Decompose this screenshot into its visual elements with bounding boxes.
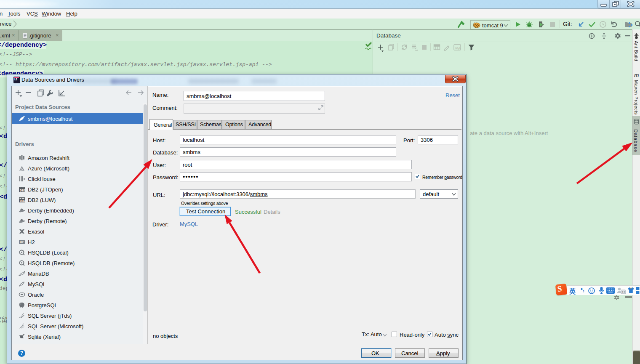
svg-text:H2: H2 [20, 241, 24, 244]
svg-text:DB2: DB2 [20, 199, 25, 202]
svg-text:SQL: SQL [455, 46, 461, 50]
svg-text:DB2: DB2 [20, 189, 25, 192]
svg-text:12: 12 [622, 290, 626, 294]
